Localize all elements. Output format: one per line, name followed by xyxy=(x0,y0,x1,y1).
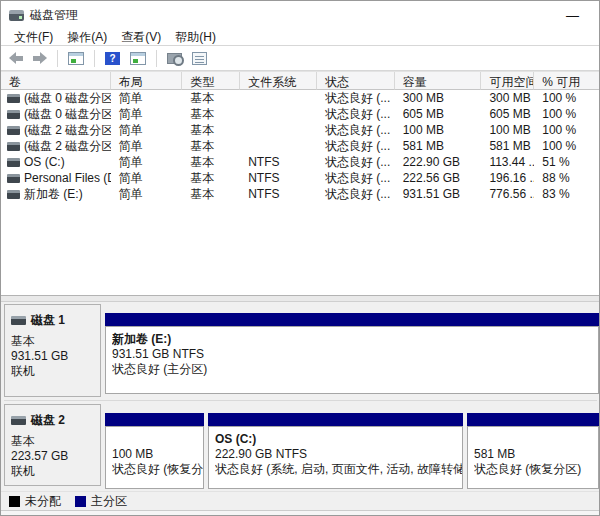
volume-filesystem xyxy=(240,106,317,122)
volume-layout: 简单 xyxy=(111,90,183,106)
disk-row-1: 磁盘 1 基本 931.51 GB 联机 新加卷 (E:) 931.51 GB … xyxy=(4,302,599,400)
disk-management-app-icon xyxy=(9,10,24,21)
volume-free-space: 605 MB xyxy=(481,106,534,122)
console-window-icon xyxy=(68,52,84,65)
toolbar-separator xyxy=(156,50,157,67)
partition-title: 新加卷 (E:) xyxy=(112,332,598,347)
volume-pct-free: 88 % xyxy=(534,170,599,186)
volume-name: (磁盘 0 磁盘分区 4) xyxy=(24,106,111,122)
forward-arrow-icon xyxy=(33,52,47,64)
column-header-status[interactable]: 状态 xyxy=(317,72,395,90)
volume-type: 基本 xyxy=(182,138,240,154)
action-pane-button[interactable] xyxy=(128,48,148,69)
disk-size: 931.51 GB xyxy=(11,349,95,364)
volume-pct-free: 100 % xyxy=(534,90,599,106)
partition-detail: 931.51 GB NTFS xyxy=(112,347,598,362)
column-header-filesystem[interactable]: 文件系统 xyxy=(240,72,317,90)
partition-recovery-2[interactable]: 581 MB 状态良好 (恢复分区) xyxy=(467,413,599,489)
volume-layout: 简单 xyxy=(111,122,183,138)
volume-filesystem xyxy=(240,122,317,138)
properties-button[interactable] xyxy=(190,48,209,69)
column-header-pct-free[interactable]: % 可用 xyxy=(534,72,599,90)
volume-capacity: 222.56 GB xyxy=(395,170,482,186)
volume-icon xyxy=(7,190,20,199)
partition-status: 状态良好 (系统, 启动, 页面文件, 活动, 故障转储, 主: xyxy=(215,462,462,477)
volume-free-space: 196.16 ... xyxy=(481,170,534,186)
disk-2-label-panel[interactable]: 磁盘 2 基本 223.57 GB 联机 xyxy=(4,404,101,486)
volume-row[interactable]: (磁盘 0 磁盘分区 4) 简单 基本 状态良好 (... 605 MB 605… xyxy=(1,106,599,122)
menu-bar: 文件(F) 操作(A) 查看(V) 帮助(H) xyxy=(1,29,599,46)
help-button[interactable]: ? xyxy=(103,48,122,69)
help-icon: ? xyxy=(105,52,120,65)
console-window-icon xyxy=(130,52,146,65)
column-header-capacity[interactable]: 容量 xyxy=(395,72,482,90)
toolbar-separator xyxy=(94,50,95,67)
partition-status: 状态良好 (恢复分区) xyxy=(474,462,598,477)
disk-status: 联机 xyxy=(11,364,95,379)
legend-label: 主分区 xyxy=(91,493,127,510)
volume-name: (磁盘 2 磁盘分区 3) xyxy=(24,138,111,154)
status-bar xyxy=(1,510,599,515)
volume-filesystem xyxy=(240,90,317,106)
volume-layout: 简单 xyxy=(111,170,183,186)
volume-layout: 简单 xyxy=(111,138,183,154)
volume-icon xyxy=(7,158,20,167)
volume-row[interactable]: (磁盘 2 磁盘分区 1) 简单 基本 状态良好 (... 100 MB 100… xyxy=(1,122,599,138)
volume-status: 状态良好 (... xyxy=(317,122,395,138)
volume-list-header: 卷 布局 类型 文件系统 状态 容量 可用空间 % 可用 xyxy=(1,71,599,90)
volume-capacity: 222.90 GB xyxy=(395,154,482,170)
legend-bar: 未分配 主分区 xyxy=(1,491,599,510)
volume-list: 卷 布局 类型 文件系统 状态 容量 可用空间 % 可用 (磁盘 0 磁盘分区 … xyxy=(1,71,599,295)
volume-status: 状态良好 (... xyxy=(317,170,395,186)
volume-row[interactable]: OS (C:) 简单 基本 NTFS 状态良好 (... 222.90 GB 1… xyxy=(1,154,599,170)
volume-row[interactable]: (磁盘 0 磁盘分区 1) 简单 基本 状态良好 (... 300 MB 300… xyxy=(1,90,599,106)
menu-view[interactable]: 查看(V) xyxy=(114,29,168,45)
volume-type: 基本 xyxy=(182,106,240,122)
volume-capacity: 300 MB xyxy=(395,90,482,106)
volume-type: 基本 xyxy=(182,90,240,106)
disk-icon xyxy=(11,316,26,325)
primary-partition-color-strip xyxy=(208,413,463,426)
column-header-layout[interactable]: 布局 xyxy=(111,72,183,90)
disk-1-label-panel[interactable]: 磁盘 1 基本 931.51 GB 联机 xyxy=(4,304,101,397)
volume-status: 状态良好 (... xyxy=(317,138,395,154)
volume-name: OS (C:) xyxy=(24,154,65,170)
pane-splitter[interactable] xyxy=(1,295,599,302)
legend-unallocated: 未分配 xyxy=(9,493,61,510)
column-header-free-space[interactable]: 可用空间 xyxy=(481,72,534,90)
title-bar: 磁盘管理 — xyxy=(1,1,599,29)
volume-free-space: 113.44 ... xyxy=(481,154,534,170)
volume-type: 基本 xyxy=(182,186,240,202)
legend-primary-partition: 主分区 xyxy=(75,493,127,510)
partition-e[interactable]: 新加卷 (E:) 931.51 GB NTFS 状态良好 (主分区) xyxy=(105,313,599,400)
volume-name: (磁盘 0 磁盘分区 1) xyxy=(24,90,111,106)
volume-pct-free: 100 % xyxy=(534,106,599,122)
menu-file[interactable]: 文件(F) xyxy=(7,29,60,45)
partition-detail: 222.90 GB NTFS xyxy=(215,447,462,462)
volume-row[interactable]: 新加卷 (E:) 简单 基本 NTFS 状态良好 (... 931.51 GB … xyxy=(1,186,599,202)
back-arrow-icon xyxy=(9,52,23,64)
partition-c[interactable]: OS (C:) 222.90 GB NTFS 状态良好 (系统, 启动, 页面文… xyxy=(208,413,463,489)
graphical-view: 磁盘 1 基本 931.51 GB 联机 新加卷 (E:) 931.51 GB … xyxy=(1,302,599,491)
disk-size: 223.57 GB xyxy=(11,449,95,464)
partition-recovery-1[interactable]: 100 MB 状态良好 (恢复分 xyxy=(105,413,204,489)
volume-type: 基本 xyxy=(182,154,240,170)
volume-type: 基本 xyxy=(182,122,240,138)
disk-management-window: 磁盘管理 — 文件(F) 操作(A) 查看(V) 帮助(H) ? xyxy=(0,0,600,516)
rescan-disks-button[interactable] xyxy=(165,48,184,69)
column-header-type[interactable]: 类型 xyxy=(182,72,240,90)
forward-button[interactable] xyxy=(31,48,49,69)
volume-capacity: 605 MB xyxy=(395,106,482,122)
menu-help[interactable]: 帮助(H) xyxy=(168,29,223,45)
show-console-tree-button[interactable] xyxy=(66,48,86,69)
minimize-button[interactable]: — xyxy=(566,8,579,23)
toolbar-separator xyxy=(57,50,58,67)
volume-row[interactable]: Personal Files (D:) 简单 基本 NTFS 状态良好 (...… xyxy=(1,170,599,186)
column-header-volume[interactable]: 卷 xyxy=(1,72,111,90)
volume-row[interactable]: (磁盘 2 磁盘分区 3) 简单 基本 状态良好 (... 581 MB 581… xyxy=(1,138,599,154)
computer-search-icon xyxy=(167,53,182,64)
volume-layout: 简单 xyxy=(111,106,183,122)
menu-action[interactable]: 操作(A) xyxy=(60,29,114,45)
back-button[interactable] xyxy=(7,48,25,69)
volume-icon xyxy=(7,174,20,183)
